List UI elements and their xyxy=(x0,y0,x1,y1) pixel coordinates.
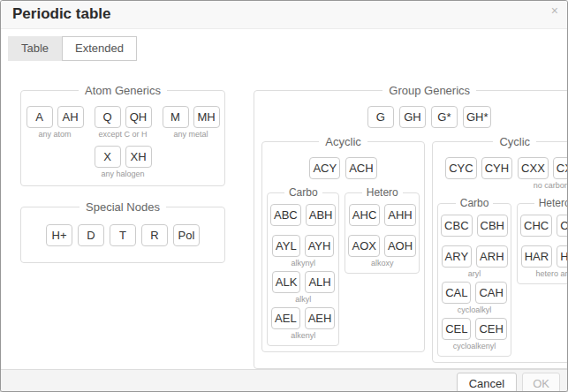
btn-ary[interactable]: ARY xyxy=(442,245,473,268)
group-label: alkoxy xyxy=(371,259,394,268)
btn-cbc[interactable]: CBC xyxy=(441,215,472,237)
group-aryl: ARY ARH aryl xyxy=(441,245,508,278)
group-label: alkenyl xyxy=(291,331,315,340)
group-label: except C or H xyxy=(98,130,147,139)
group-ahc: AHC AHH xyxy=(348,204,416,226)
btn-pol[interactable]: Pol xyxy=(173,224,200,246)
cyclic-hetero-fieldset: Hetero CHC CHH HAR xyxy=(517,197,568,284)
group-label: any metal xyxy=(173,130,208,139)
btn-ceh[interactable]: CEH xyxy=(475,318,506,340)
group-cycloalkyl: CAL CAH cycloalkyl xyxy=(441,282,508,314)
btn-xh[interactable]: XH xyxy=(125,146,152,168)
acyclic-fieldset: Acyclic ACY ACH Carbo ABC xyxy=(261,135,425,352)
atom-generics-row-2: X XH any halogen xyxy=(28,146,217,178)
cyclic-carbo-fieldset: Carbo CBC CBH ARY xyxy=(437,197,511,357)
btn-q[interactable]: Q xyxy=(95,106,121,128)
group-alkoxy: AOX AOH alkoxy xyxy=(348,235,416,268)
group-label: hetero aryl xyxy=(535,269,568,278)
btn-alk[interactable]: ALK xyxy=(272,271,301,293)
btn-ahc[interactable]: AHC xyxy=(349,204,380,226)
left-column: Atom Generics A AH any atom Q QH xyxy=(20,61,225,263)
close-icon[interactable]: × xyxy=(551,4,558,17)
btn-ah[interactable]: AH xyxy=(57,106,84,128)
btn-gstar[interactable]: G* xyxy=(431,106,458,128)
group-alkynyl: AYL AYH alkynyl xyxy=(270,235,336,268)
btn-cyh[interactable]: CYH xyxy=(481,157,512,179)
btn-cxh[interactable]: CXH xyxy=(553,157,568,179)
carbo-legend: Carbo xyxy=(284,186,322,199)
btn-a[interactable]: A xyxy=(27,106,53,128)
group-cbc: CBC CBH xyxy=(441,215,508,237)
btn-ghstar[interactable]: GH* xyxy=(463,106,492,128)
hetero-legend: Hetero xyxy=(362,186,403,199)
group-hetero-aryl: HAR HAH hetero aryl xyxy=(520,245,568,278)
group-except-c-or-h: Q QH except C or H xyxy=(95,106,152,139)
btn-mh[interactable]: MH xyxy=(193,106,220,128)
group-any-metal: M MH any metal xyxy=(163,106,220,139)
btn-cyc[interactable]: CYC xyxy=(445,157,476,179)
acyclic-legend: Acyclic xyxy=(319,135,367,148)
btn-d[interactable]: D xyxy=(78,224,104,246)
btn-ahh[interactable]: AHH xyxy=(384,204,415,226)
btn-cel[interactable]: CEL xyxy=(442,318,471,340)
group-cycloalkenyl: CEL CEH cycloalkenyl xyxy=(441,318,508,351)
btn-chc[interactable]: CHC xyxy=(520,215,552,237)
carbo-legend: Carbo xyxy=(456,197,494,209)
group-alkenyl: AEL AEH alkenyl xyxy=(270,307,336,340)
btn-cbh[interactable]: CBH xyxy=(477,215,508,237)
special-nodes-fieldset: Special Nodes H+ D T R Pol xyxy=(20,200,225,263)
special-nodes-row: H+ D T R Pol xyxy=(28,224,217,246)
btn-ach[interactable]: ACH xyxy=(345,157,376,179)
btn-abc[interactable]: ABC xyxy=(270,204,301,226)
btn-ael[interactable]: AEL xyxy=(271,307,300,329)
atom-generics-fieldset: Atom Generics A AH any atom Q QH xyxy=(20,84,225,186)
btn-cal[interactable]: CAL xyxy=(442,282,471,304)
btn-gh[interactable]: GH xyxy=(399,106,426,128)
special-nodes-legend: Special Nodes xyxy=(80,200,166,214)
dialog-footer: Cancel OK xyxy=(1,369,567,392)
tab-table[interactable]: Table xyxy=(8,36,62,61)
btn-har[interactable]: HAR xyxy=(521,245,552,268)
group-no-carbon: CXX CXH no carbon xyxy=(518,157,568,190)
btn-acy[interactable]: ACY xyxy=(309,157,340,179)
btn-t[interactable]: T xyxy=(110,224,136,246)
btn-ayl[interactable]: AYL xyxy=(272,235,300,257)
group-label: any atom xyxy=(38,130,71,139)
group-generics-fieldset: Group Generics G GH G* GH* Acyclic ACY A… xyxy=(254,84,568,369)
acyclic-hetero-fieldset: Hetero AHC AHH AOX xyxy=(345,186,420,274)
btn-aoh[interactable]: AOH xyxy=(384,235,416,257)
group-label: cycloalkyl xyxy=(458,305,492,314)
btn-x[interactable]: X xyxy=(95,146,121,168)
btn-chh[interactable]: CHH xyxy=(557,215,568,237)
right-column: Group Generics G GH G* GH* Acyclic ACY A… xyxy=(254,61,568,369)
btn-alh[interactable]: ALH xyxy=(305,271,334,293)
btn-ayh[interactable]: AYH xyxy=(305,235,335,257)
btn-m[interactable]: M xyxy=(163,106,189,128)
btn-hplus[interactable]: H+ xyxy=(46,224,72,246)
group-label: any halogen xyxy=(101,170,144,178)
cyclic-row: CYC CYH CXX CXH no carbon xyxy=(437,157,568,190)
tab-extended[interactable]: Extended xyxy=(62,36,137,61)
group-cyc: CYC CYH xyxy=(445,157,512,179)
btn-cah[interactable]: CAH xyxy=(475,282,506,304)
btn-aox[interactable]: AOX xyxy=(348,235,379,257)
acyclic-row: ACY ACH xyxy=(267,157,420,179)
btn-abh[interactable]: ABH xyxy=(306,204,337,226)
tab-bar: Table Extended xyxy=(8,36,567,61)
hetero-legend: Hetero xyxy=(534,197,568,209)
btn-cxx[interactable]: CXX xyxy=(518,157,549,179)
btn-aeh[interactable]: AEH xyxy=(305,307,336,329)
btn-g[interactable]: G xyxy=(367,106,394,128)
btn-r[interactable]: R xyxy=(141,224,168,246)
group-abc: ABC ABH xyxy=(270,204,336,226)
group-label: alkyl xyxy=(295,295,311,304)
group-label: no carbon xyxy=(534,181,568,190)
cancel-button[interactable]: Cancel xyxy=(457,373,517,392)
ok-button[interactable]: OK xyxy=(522,373,560,392)
btn-hah[interactable]: HAH xyxy=(557,245,568,268)
dialog-header: Periodic table × xyxy=(1,1,567,29)
acyclic-columns: Carbo ABC ABH AYL xyxy=(267,186,420,346)
group-generics-columns: Acyclic ACY ACH Carbo ABC xyxy=(261,135,568,363)
btn-qh[interactable]: QH xyxy=(125,106,152,128)
btn-arh[interactable]: ARH xyxy=(476,245,507,268)
